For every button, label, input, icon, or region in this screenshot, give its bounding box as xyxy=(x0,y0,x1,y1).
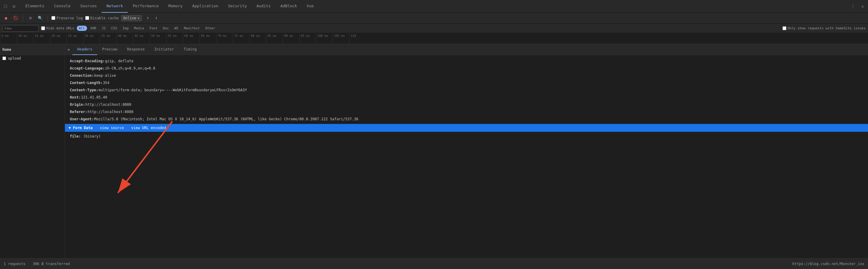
devtools-tab-bar: ⬡ ⊡ Elements Console Sources Network Per… xyxy=(0,0,868,13)
filter-input[interactable] xyxy=(2,25,39,32)
timeline-ruler: 5 ms10 ms15 ms20 ms25 ms30 ms35 ms40 ms4… xyxy=(0,33,868,44)
tab-network[interactable]: Network xyxy=(101,0,128,13)
request-count: 1 requests xyxy=(4,262,25,266)
timeline-label: 20 ms xyxy=(50,33,66,44)
preserve-log-checkbox-label[interactable]: Preserve log xyxy=(51,16,83,20)
tab-vue[interactable]: Vue xyxy=(302,0,318,13)
import-icon[interactable]: ⬆ xyxy=(144,14,151,22)
hide-data-urls-checkbox[interactable] xyxy=(41,26,45,30)
filter-tag-img[interactable]: Img xyxy=(121,26,131,31)
filter-tag-css[interactable]: CSS xyxy=(109,26,119,31)
header-value: http://localhost:8080 xyxy=(88,109,133,115)
request-list-header: Name xyxy=(0,44,65,55)
header-value: http://localhost:8080 xyxy=(86,102,131,107)
details-tab-initiator[interactable]: Initiator xyxy=(149,44,179,55)
timeline-label: 50 ms xyxy=(150,33,166,44)
disable-cache-checkbox[interactable] xyxy=(85,16,89,20)
timeline-label: 45 ms xyxy=(133,33,150,44)
filter-tag-other[interactable]: Other xyxy=(203,26,217,31)
disable-cache-checkbox-label[interactable]: Disable cache xyxy=(85,16,119,20)
throttle-dropdown[interactable]: Online ▾ xyxy=(121,15,142,21)
close-devtools-icon[interactable]: ✕ xyxy=(858,2,867,10)
details-content: Accept-Encoding: gzip, deflateAccept-Lan… xyxy=(65,55,868,258)
tab-adblock[interactable]: AdBlock xyxy=(276,0,302,13)
tab-console[interactable]: Console xyxy=(49,0,75,13)
view-source-link[interactable]: view source xyxy=(100,126,124,130)
details-tab-preview[interactable]: Preview xyxy=(97,44,122,55)
filter-tags: All XHR JS CSS Img Media Font Doc WS Man… xyxy=(77,26,218,31)
import-export-icons: ⬆ ⬇ xyxy=(144,14,160,22)
timeline-label: 25 ms xyxy=(66,33,83,44)
samesite-checkbox[interactable] xyxy=(782,26,786,30)
preserve-log-checkbox[interactable] xyxy=(51,16,55,20)
header-row: Accept-Encoding: gzip, deflate xyxy=(70,57,863,65)
transferred-size: 306 B transferred xyxy=(33,262,70,266)
header-value: gzip, deflate xyxy=(105,58,133,64)
view-url-encoded-link[interactable]: view URL encoded xyxy=(131,126,166,130)
header-name: Origin: xyxy=(70,102,85,107)
samesite-filter-label[interactable]: Only show requests with SameSite issues xyxy=(782,26,866,30)
filter-tag-all[interactable]: All xyxy=(77,26,87,31)
header-name: Accept-Language: xyxy=(70,66,105,71)
tab-elements[interactable]: Elements xyxy=(21,0,49,13)
tab-audits[interactable]: Audits xyxy=(252,0,276,13)
network-toolbar: ● 🚫 ⊟ 🔍 Preserve log Disable cache Onlin… xyxy=(0,13,868,24)
tab-performance[interactable]: Performance xyxy=(128,0,163,13)
request-item-upload[interactable]: upload xyxy=(0,55,65,62)
header-row: Referer: http://localhost:8080 xyxy=(70,108,863,116)
filter-tag-xhr[interactable]: XHR xyxy=(88,26,98,31)
header-row: Content-Type: multipart/form-data; bound… xyxy=(70,86,863,94)
search-icon[interactable]: 🔍 xyxy=(37,14,44,22)
filter-icon[interactable]: ⊟ xyxy=(27,14,34,22)
header-name: Connection: xyxy=(70,73,94,78)
filter-tag-media[interactable]: Media xyxy=(132,26,146,31)
filter-tag-font[interactable]: Font xyxy=(148,26,160,31)
timeline-label: 95 ms xyxy=(299,33,316,44)
header-row: Host: 121.41.85.40 xyxy=(70,94,863,101)
clear-button[interactable]: 🚫 xyxy=(12,14,19,22)
details-close-button[interactable]: × xyxy=(67,47,70,52)
details-tabs: × Headers Preview Response Initiator Tim… xyxy=(65,44,868,55)
record-button[interactable]: ● xyxy=(2,14,10,22)
header-name: User-Agent: xyxy=(70,116,94,122)
tab-sources[interactable]: Sources xyxy=(75,0,101,13)
details-tab-timing[interactable]: Timing xyxy=(179,44,201,55)
toolbar-divider-1 xyxy=(23,15,23,21)
details-tab-headers[interactable]: Headers xyxy=(72,44,97,55)
details-panel: × Headers Preview Response Initiator Tim… xyxy=(65,44,868,258)
timeline-label: 70 ms xyxy=(216,33,233,44)
timeline-label: 5 ms xyxy=(0,33,17,44)
tab-security[interactable]: Security xyxy=(223,0,252,13)
timeline-label: 90 ms xyxy=(283,33,299,44)
devtools-icon-2[interactable]: ⊡ xyxy=(10,2,18,10)
settings-icon[interactable]: ⋮ xyxy=(849,2,857,10)
timeline-label: 30 ms xyxy=(83,33,100,44)
chevron-down-icon: ▾ xyxy=(137,16,140,20)
header-value: keep-alive xyxy=(94,73,116,78)
main-area: Name upload × Headers Preview Response I… xyxy=(0,44,868,258)
header-name: Host: xyxy=(70,95,81,100)
header-row: Connection: keep-alive xyxy=(70,72,863,79)
status-bar-url: https://blog.csdn.net/Monster_ixx xyxy=(793,262,864,266)
form-data-section: ▼ Form Data view source view URL encoded xyxy=(65,124,868,132)
request-list-panel: Name upload xyxy=(0,44,65,258)
filter-tag-doc[interactable]: Doc xyxy=(161,26,171,31)
timeline-label: 85 ms xyxy=(266,33,283,44)
header-name: Accept-Encoding: xyxy=(70,58,105,64)
export-icon[interactable]: ⬇ xyxy=(153,14,160,22)
hide-data-urls-label[interactable]: Hide data URLs xyxy=(41,26,74,30)
header-value: multipart/form-data; boundary=----WebKit… xyxy=(98,87,247,93)
devtools-icon-1[interactable]: ⬡ xyxy=(1,2,10,10)
tab-application[interactable]: Application xyxy=(187,0,223,13)
header-name: Content-Type: xyxy=(70,87,98,93)
request-item-checkbox[interactable] xyxy=(2,57,6,60)
timeline-label: 65 ms xyxy=(199,33,216,44)
tab-memory[interactable]: Memory xyxy=(163,0,187,13)
header-value: 121.41.85.40 xyxy=(81,95,107,100)
header-row: Content-Length: 354 xyxy=(70,79,863,86)
filter-tag-ws[interactable]: WS xyxy=(172,26,180,31)
header-value: 354 xyxy=(103,80,110,86)
details-tab-response[interactable]: Response xyxy=(122,44,150,55)
filter-tag-js[interactable]: JS xyxy=(99,26,107,31)
filter-tag-manifest[interactable]: Manifest xyxy=(182,26,202,31)
